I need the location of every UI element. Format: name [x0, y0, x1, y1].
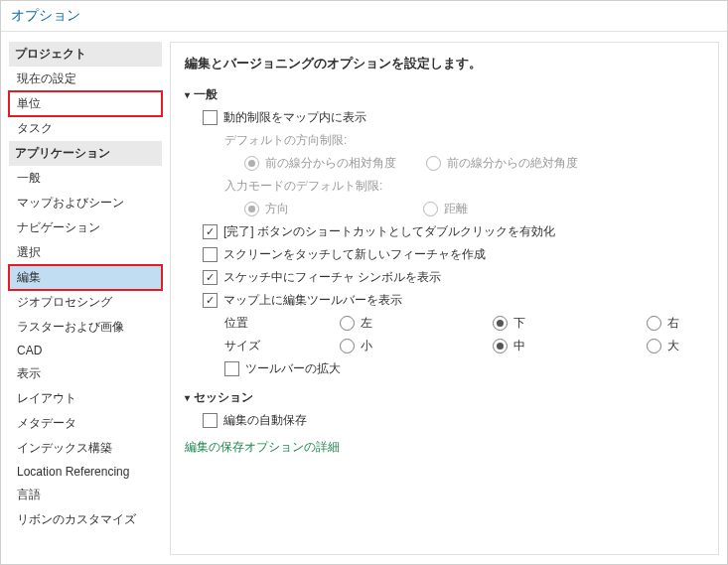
radio-opt-relative-angle[interactable]: 前の線分からの相対角度 — [244, 155, 396, 172]
sidebar-item-label: レイアウト — [17, 391, 76, 405]
sidebar-item-label: 一般 — [17, 171, 41, 185]
sidebar-item-label: リボンのカスタマイズ — [17, 512, 136, 526]
section-session-title: セッション — [194, 389, 253, 406]
radio-pos-right[interactable] — [647, 316, 661, 331]
sidebar-group-project-header: プロジェクト — [9, 42, 162, 67]
sidebar-item-editing[interactable]: 編集 — [9, 265, 162, 290]
sidebar-item-metadata[interactable]: メタデータ — [9, 411, 162, 436]
radio-size-large[interactable] — [647, 339, 661, 353]
sidebar-item-units[interactable]: 単位 — [9, 91, 162, 116]
sidebar-item-layout[interactable]: レイアウト — [9, 386, 162, 411]
label-input-mode: 入力モードのデフォルト制限: — [224, 178, 704, 195]
content-panel: 編集とバージョニングのオプションを設定します。 ▾ 一般 動的制限をマップ内に表… — [170, 42, 719, 555]
sidebar-item-selection[interactable]: 選択 — [9, 240, 162, 265]
checkbox-toolbar-expand[interactable] — [224, 361, 239, 376]
sidebar-item-current-settings[interactable]: 現在の設定 — [9, 67, 162, 91]
radio-opt-absolute-angle[interactable]: 前の線分からの絶対角度 — [426, 155, 578, 172]
checkbox-touch-create[interactable] — [203, 247, 218, 262]
radio-opt-distance[interactable]: 距離 — [423, 201, 468, 217]
link-save-options-details[interactable]: 編集の保存オプションの詳細 — [185, 439, 704, 456]
label-auto-save: 編集の自動保存 — [223, 412, 307, 429]
sidebar-item-label: ナビゲーション — [17, 220, 100, 234]
sidebar-item-label: ラスターおよび画像 — [17, 320, 124, 334]
sidebar-item-label: タスク — [17, 121, 53, 135]
sidebar-item-navigation[interactable]: ナビゲーション — [9, 215, 162, 240]
page-description: 編集とバージョニングのオプションを設定します。 — [185, 55, 704, 72]
titlebar: オプション — [1, 1, 727, 32]
window-title: オプション — [11, 7, 80, 25]
section-general-header[interactable]: ▾ 一般 — [185, 86, 704, 103]
label-pos-right: 右 — [667, 315, 679, 332]
radio-size-medium[interactable] — [493, 339, 508, 353]
label-size-small: 小 — [361, 338, 372, 354]
radio-pos-left[interactable] — [340, 316, 355, 331]
radio-opt-pos-left[interactable]: 左 — [340, 315, 494, 332]
radio-opt-size-medium[interactable]: 中 — [493, 338, 647, 354]
label-size-medium: 中 — [513, 338, 525, 354]
checkbox-auto-save[interactable] — [203, 413, 218, 428]
section-session-header[interactable]: ▾ セッション — [185, 389, 704, 406]
label-dynamic-constraints: 動的制限をマップ内に表示 — [223, 109, 366, 126]
sidebar-item-label: 現在の設定 — [17, 71, 76, 85]
radio-size-small[interactable] — [340, 339, 355, 353]
sidebar-item-indexing[interactable]: インデックス構築 — [9, 436, 162, 461]
radio-opt-direction[interactable]: 方向 — [244, 201, 393, 217]
label-input-direction: 方向 — [265, 201, 289, 217]
radio-opt-size-large[interactable]: 大 — [647, 338, 704, 354]
label-toolbar-expand: ツールバーの拡大 — [245, 360, 341, 377]
radio-opt-pos-bottom[interactable]: 下 — [493, 315, 647, 332]
radio-opt-pos-right[interactable]: 右 — [647, 315, 704, 332]
checkbox-finish-dblclick[interactable] — [203, 224, 218, 239]
sidebar-item-label: 選択 — [17, 245, 41, 259]
row-touch-create: スクリーンをタッチして新しいフィーチャを作成 — [203, 246, 704, 263]
sidebar-item-label: インデックス構築 — [17, 441, 112, 455]
sidebar-item-ribbon[interactable]: リボンのカスタマイズ — [9, 507, 162, 532]
radio-relative-angle[interactable] — [244, 156, 259, 171]
label-show-sketch-symbol: スケッチ中にフィーチャ シンボルを表示 — [223, 269, 441, 286]
options-window: オプション プロジェクト 現在の設定 単位 タスク アプリケーション 一般 マッ… — [0, 0, 728, 565]
checkbox-show-edit-toolbar[interactable] — [203, 293, 218, 308]
chevron-down-icon: ▾ — [185, 392, 190, 403]
row-show-sketch-symbol: スケッチ中にフィーチャ シンボルを表示 — [203, 269, 704, 286]
label-size: サイズ — [224, 338, 340, 354]
row-toolbar-position: 位置 左 下 右 — [224, 315, 704, 332]
chevron-down-icon: ▾ — [185, 89, 190, 100]
radio-absolute-angle[interactable] — [426, 156, 441, 171]
row-toolbar-expand: ツールバーの拡大 — [224, 360, 704, 377]
sidebar-item-geoprocessing[interactable]: ジオプロセシング — [9, 290, 162, 315]
sidebar-item-location-ref[interactable]: Location Referencing — [9, 461, 162, 483]
sidebar: プロジェクト 現在の設定 単位 タスク アプリケーション 一般 マップおよびシー… — [1, 32, 170, 565]
radio-opt-size-small[interactable]: 小 — [340, 338, 494, 354]
label-position: 位置 — [224, 315, 340, 332]
sidebar-item-label: CAD — [17, 344, 42, 357]
sidebar-item-label: 単位 — [17, 96, 41, 110]
checkbox-show-sketch-symbol[interactable] — [203, 270, 218, 285]
sidebar-item-cad[interactable]: CAD — [9, 340, 162, 361]
label-pos-left: 左 — [361, 315, 372, 332]
sidebar-item-general[interactable]: 一般 — [9, 166, 162, 191]
sidebar-item-raster[interactable]: ラスターおよび画像 — [9, 315, 162, 340]
sidebar-item-label: 編集 — [17, 270, 41, 284]
row-dynamic-constraints: 動的制限をマップ内に表示 — [203, 109, 704, 126]
row-finish-dblclick: [完了] ボタンのショートカットとしてダブルクリックを有効化 — [203, 223, 704, 240]
row-toolbar-size: サイズ 小 中 大 — [224, 338, 704, 354]
sidebar-item-label: メタデータ — [17, 416, 76, 430]
label-finish-dblclick: [完了] ボタンのショートカットとしてダブルクリックを有効化 — [223, 223, 555, 240]
row-show-edit-toolbar: マップ上に編集ツールバーを表示 — [203, 292, 704, 309]
label-default-direction: デフォルトの方向制限: — [224, 132, 704, 149]
radio-row-direction: 前の線分からの相対角度 前の線分からの絶対角度 — [244, 155, 704, 172]
sidebar-item-tasks[interactable]: タスク — [9, 116, 162, 141]
section-general-title: 一般 — [194, 86, 218, 103]
radio-direction[interactable] — [244, 202, 259, 216]
label-touch-create: スクリーンをタッチして新しいフィーチャを作成 — [223, 246, 486, 263]
sidebar-item-map-scene[interactable]: マップおよびシーン — [9, 191, 162, 215]
radio-distance[interactable] — [423, 202, 438, 216]
sidebar-item-display[interactable]: 表示 — [9, 361, 162, 386]
checkbox-dynamic-constraints[interactable] — [203, 110, 218, 125]
sidebar-item-label: ジオプロセシング — [17, 295, 112, 309]
sidebar-item-language[interactable]: 言語 — [9, 483, 162, 507]
sidebar-item-label: 表示 — [17, 366, 41, 380]
label-input-distance: 距離 — [444, 201, 468, 217]
label-size-large: 大 — [667, 338, 679, 354]
radio-pos-bottom[interactable] — [493, 316, 508, 331]
